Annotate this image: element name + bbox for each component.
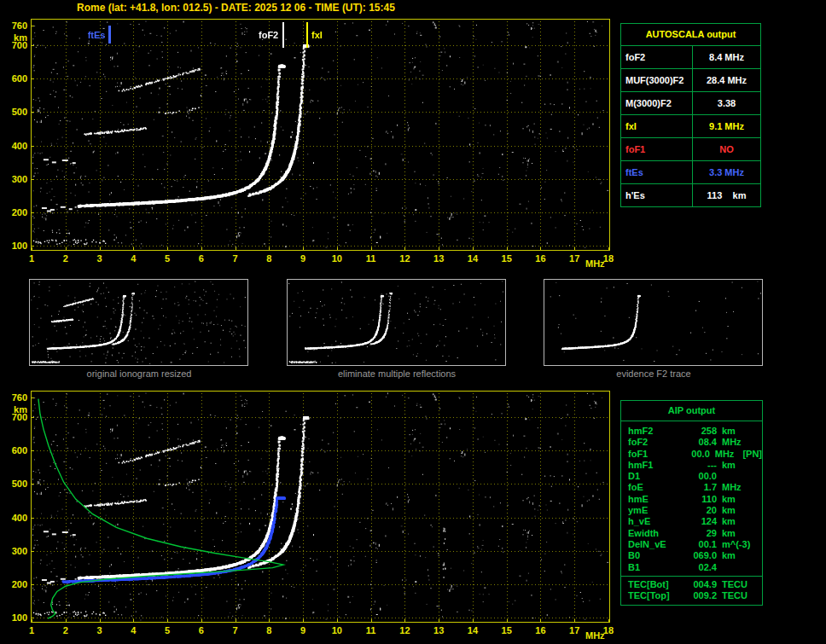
- aip-output-table: AIP output hmF2258kmfoF208.4MHzfoF100.0M…: [620, 400, 763, 606]
- aip-table-row: hmE110km: [621, 494, 762, 505]
- autoscala-window: Rome (lat: +41.8, lon: 012.5) - DATE: 20…: [0, 0, 826, 644]
- y-tick-label: 400: [2, 513, 27, 523]
- parameter-label: D1: [621, 471, 688, 482]
- parameter-unit: [722, 471, 747, 482]
- x-tick-label: 7: [233, 253, 238, 264]
- x-tick-label: 1: [29, 253, 34, 264]
- y-tick-label: 100: [2, 612, 27, 623]
- autoscala-table-row: foF28.4 MHz: [621, 46, 760, 69]
- marker-label-fxi: fxI: [311, 30, 323, 40]
- parameter-unit: TECU: [722, 579, 747, 590]
- parameter-value: 3.3 MHz: [693, 161, 760, 183]
- x-tick-label: 14: [468, 625, 478, 635]
- parameter-value: 113 km: [693, 184, 760, 206]
- parameter-unit: MHz: [722, 437, 747, 448]
- y-tick-label: 200: [2, 579, 27, 589]
- marker-label-ftes: ftEs: [88, 30, 106, 40]
- parameter-label: ftEs: [621, 161, 693, 183]
- x-tick-label: 13: [433, 625, 444, 635]
- thumbnail-f2-trace-evidence: [544, 279, 763, 366]
- parameter-unit: km: [722, 550, 747, 561]
- aip-table-row: hmF1---km: [621, 460, 762, 471]
- aip-table-row: foE1.7MHz: [621, 482, 762, 493]
- marker-label-fof2: foF2: [259, 30, 278, 40]
- parameter-unit: MHz: [715, 449, 739, 460]
- parameter-label: hmF1: [621, 460, 688, 471]
- aip-table-row: TEC[Top]009.2TECU: [621, 590, 762, 601]
- parameter-value: ---: [688, 460, 717, 471]
- x-tick-label: 14: [468, 253, 478, 264]
- x-tick-label: 9: [300, 625, 305, 635]
- parameter-label: h_vE: [621, 516, 688, 527]
- parameter-unit: km: [722, 426, 747, 437]
- parameter-value: 258: [688, 426, 717, 437]
- parameter-value: 00.1: [688, 539, 717, 550]
- aip-table-row: h_vE124km: [621, 516, 762, 527]
- aip-table-row: ymE20km: [621, 505, 762, 516]
- parameter-unit: [722, 562, 747, 573]
- thumbnail-caption-f2: evidence F2 trace: [616, 368, 690, 379]
- parameter-label: B1: [621, 562, 688, 573]
- parameter-value: 20: [688, 505, 717, 516]
- autoscala-table-header: AUTOSCALA output: [621, 24, 760, 46]
- aip-table-row: B0069.0km: [621, 550, 762, 561]
- x-tick-label: 3: [96, 253, 102, 264]
- y-tick-label: 400: [2, 141, 27, 151]
- parameter-label: h'Es: [621, 184, 693, 206]
- x-tick-label: 15: [502, 625, 512, 635]
- x-axis-unit: MHz: [585, 630, 605, 641]
- parameter-label: fxI: [621, 115, 693, 137]
- parameter-unit: km: [722, 460, 747, 471]
- parameter-label: MUF(3000)F2: [621, 69, 693, 91]
- parameter-label: TEC[Bot]: [621, 579, 688, 590]
- autoscala-table-row: h'Es113 km: [621, 184, 760, 206]
- y-tick-label: 300: [2, 546, 27, 556]
- x-tick-label: 11: [366, 625, 376, 635]
- x-tick-label: 12: [399, 625, 410, 635]
- y-tick-label: 700: [2, 412, 27, 422]
- parameter-value: 3.38: [693, 92, 760, 114]
- aip-table-body: hmF2258kmfoF208.4MHzfoF100.0MHz[PN]hmF1-…: [621, 421, 762, 576]
- autoscala-table-row: ftEs3.3 MHz: [621, 161, 760, 184]
- parameter-value: 124: [688, 516, 717, 527]
- x-tick-label: 16: [535, 253, 545, 264]
- aip-table-tec-section: TEC[Bot]004.9TECUTEC[Top]009.2TECU: [621, 576, 762, 606]
- parameter-label: hmE: [621, 494, 688, 505]
- x-axis-unit: MHz: [585, 258, 605, 269]
- autoscala-table-body: foF28.4 MHzMUF(3000)F228.4 MHzM(3000)F23…: [621, 46, 760, 206]
- parameter-value: 08.4: [688, 437, 717, 448]
- parameter-label: hmF2: [621, 426, 688, 437]
- x-tick-label: 13: [433, 253, 444, 264]
- parameter-label: ymE: [621, 505, 688, 516]
- parameter-value: 29: [688, 528, 717, 539]
- x-tick-label: 3: [96, 625, 102, 635]
- top-ionogram-plot: [31, 19, 610, 251]
- x-tick-label: 16: [535, 625, 545, 635]
- parameter-label: foF1: [621, 138, 693, 160]
- aip-table-row: foF208.4MHz: [621, 437, 762, 448]
- x-tick-label: 8: [266, 253, 271, 264]
- aip-table-header: AIP output: [621, 401, 762, 421]
- station-title: Rome (lat: +41.8, lon: 012.5) - DATE: 20…: [77, 2, 395, 14]
- y-tick-label: 600: [2, 445, 27, 455]
- parameter-note: [PN]: [742, 449, 762, 460]
- y-tick-label: 100: [2, 241, 27, 251]
- aip-table-row: hmF2258km: [621, 426, 762, 437]
- aip-table-row: Ewidth29km: [621, 528, 762, 539]
- parameter-value: 069.0: [688, 550, 717, 561]
- x-tick-label: 12: [399, 253, 410, 264]
- aip-table-row: DelN_vE00.1m^(-3): [621, 539, 762, 550]
- y-tick-label: 200: [2, 207, 27, 218]
- autoscala-table-row: M(3000)F23.38: [621, 92, 760, 115]
- thumbnail-caption-original: original ionogram resized: [87, 368, 192, 379]
- parameter-value: 28.4 MHz: [693, 69, 760, 91]
- autoscala-table-row: fxI9.1 MHz: [621, 115, 760, 138]
- y-tick-label: 500: [2, 107, 27, 117]
- x-tick-label: 2: [63, 625, 68, 635]
- parameter-value: 00.0: [683, 449, 709, 460]
- parameter-label: Ewidth: [621, 528, 688, 539]
- aip-table-row: TEC[Bot]004.9TECU: [621, 579, 762, 590]
- y-tick-label: 760: [2, 392, 27, 403]
- y-tick-label: 760: [2, 20, 27, 31]
- y-tick-label: 300: [2, 174, 27, 184]
